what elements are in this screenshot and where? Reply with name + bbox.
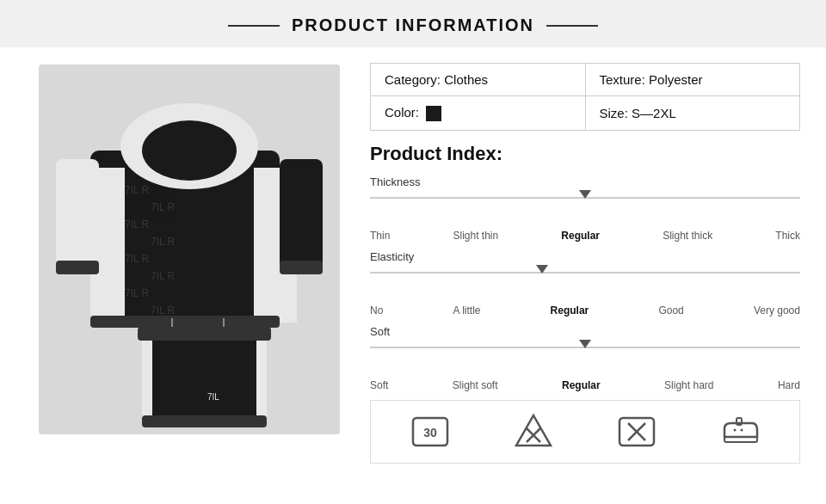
product-info-table: Category: Clothes Texture: Polyester Col… bbox=[370, 63, 800, 131]
category-label: Category: bbox=[385, 72, 441, 87]
thickness-opt-4: Slight thick bbox=[663, 230, 712, 242]
size-label: Size: bbox=[600, 106, 628, 120]
soft-label: Soft bbox=[370, 325, 800, 338]
soft-opt-4: Slight hard bbox=[664, 379, 713, 391]
thickness-opt-2: Slight thin bbox=[453, 230, 498, 242]
color-cell: Color: bbox=[371, 96, 586, 131]
elasticity-bar bbox=[370, 272, 800, 274]
texture-value: Polyester bbox=[649, 72, 703, 87]
elasticity-row: Elasticity No A little Regular Good Very… bbox=[370, 250, 800, 317]
soft-row: Soft Soft Slight soft Regular Slight har… bbox=[370, 325, 800, 391]
svg-text:7IL R: 7IL R bbox=[151, 236, 176, 248]
header-title: PRODUCT INFORMATION bbox=[292, 15, 534, 35]
elasticity-scale bbox=[370, 265, 800, 289]
size-value: S—2XL bbox=[632, 106, 676, 120]
elasticity-opt-1: No bbox=[370, 304, 383, 317]
thickness-marker bbox=[579, 190, 591, 199]
svg-text:7IL: 7IL bbox=[207, 392, 219, 402]
product-index-title: Product Index: bbox=[370, 143, 800, 165]
thickness-labels: Thin Slight thin Regular Slight thick Th… bbox=[370, 230, 800, 242]
svg-rect-21 bbox=[142, 340, 152, 421]
category-value: Clothes bbox=[444, 72, 488, 87]
svg-rect-15 bbox=[280, 159, 323, 271]
wash-30-icon: 30 bbox=[408, 409, 453, 454]
svg-text:7IL R: 7IL R bbox=[125, 218, 150, 230]
thickness-row: Thickness Thin Slight thin Regular Sligh… bbox=[370, 175, 800, 242]
product-image: 7IL R 7IL R 7IL R 7IL R 7IL R 7IL R 7IL … bbox=[39, 65, 340, 434]
svg-text:7IL R: 7IL R bbox=[151, 270, 176, 282]
elasticity-marker bbox=[536, 265, 548, 274]
svg-rect-22 bbox=[256, 340, 267, 421]
svg-rect-16 bbox=[56, 261, 99, 274]
soft-opt-5: Hard bbox=[778, 379, 800, 391]
category-cell: Category: Clothes bbox=[371, 64, 586, 96]
elasticity-opt-3: Regular bbox=[551, 304, 589, 317]
thickness-opt-3: Regular bbox=[561, 230, 600, 242]
soft-opt-1: Soft bbox=[370, 379, 388, 391]
product-info-header: PRODUCT INFORMATION bbox=[0, 0, 826, 47]
texture-cell: Texture: Polyester bbox=[585, 64, 800, 96]
texture-label: Texture: bbox=[600, 72, 645, 87]
info-area: Category: Clothes Texture: Polyester Col… bbox=[361, 56, 800, 464]
size-cell: Size: S—2XL bbox=[585, 96, 800, 131]
header-line-left bbox=[228, 25, 280, 27]
svg-text:7IL R: 7IL R bbox=[151, 304, 176, 317]
svg-rect-27 bbox=[189, 415, 267, 427]
svg-rect-20 bbox=[189, 331, 267, 426]
elasticity-labels: No A little Regular Good Very good bbox=[370, 304, 800, 317]
elasticity-opt-2: A little bbox=[453, 304, 480, 317]
iron-icon bbox=[718, 409, 762, 454]
thickness-label: Thickness bbox=[370, 175, 800, 188]
care-icons: 30 bbox=[370, 400, 800, 464]
svg-text:7IL R: 7IL R bbox=[151, 201, 176, 213]
svg-text:30: 30 bbox=[423, 426, 437, 439]
svg-marker-31 bbox=[516, 415, 551, 446]
thickness-opt-5: Thick bbox=[775, 230, 800, 242]
svg-point-39 bbox=[734, 429, 737, 432]
soft-labels: Soft Slight soft Regular Slight hard Har… bbox=[370, 379, 800, 391]
soft-opt-3: Regular bbox=[562, 379, 601, 391]
svg-rect-17 bbox=[280, 261, 323, 274]
product-image-area: 7IL R 7IL R 7IL R 7IL R 7IL R 7IL R 7IL … bbox=[26, 56, 361, 434]
no-tumble-dry-icon bbox=[614, 409, 659, 454]
soft-scale bbox=[370, 340, 800, 364]
thickness-opt-1: Thin bbox=[370, 230, 390, 242]
main-content: 7IL R 7IL R 7IL R 7IL R 7IL R 7IL R 7IL … bbox=[0, 47, 826, 504]
svg-point-40 bbox=[741, 429, 743, 432]
svg-rect-18 bbox=[90, 316, 280, 328]
svg-rect-23 bbox=[138, 327, 271, 341]
elasticity-label: Elasticity bbox=[370, 250, 800, 263]
svg-rect-37 bbox=[724, 437, 757, 442]
svg-text:7IL R: 7IL R bbox=[125, 253, 150, 265]
thickness-scale bbox=[370, 190, 800, 214]
page-wrapper: PRODUCT INFORMATION bbox=[0, 0, 826, 504]
svg-point-5 bbox=[142, 120, 237, 181]
svg-text:7IL R: 7IL R bbox=[125, 287, 150, 299]
color-label: Color: bbox=[385, 105, 419, 120]
no-bleach-icon bbox=[511, 409, 556, 454]
elasticity-opt-5: Very good bbox=[754, 304, 800, 317]
soft-marker bbox=[579, 340, 591, 348]
svg-rect-14 bbox=[56, 159, 99, 271]
header-line-right bbox=[546, 25, 598, 27]
elasticity-opt-4: Good bbox=[658, 304, 683, 317]
soft-opt-2: Slight soft bbox=[453, 379, 498, 391]
color-swatch bbox=[426, 106, 441, 121]
svg-text:7IL R: 7IL R bbox=[125, 184, 150, 196]
